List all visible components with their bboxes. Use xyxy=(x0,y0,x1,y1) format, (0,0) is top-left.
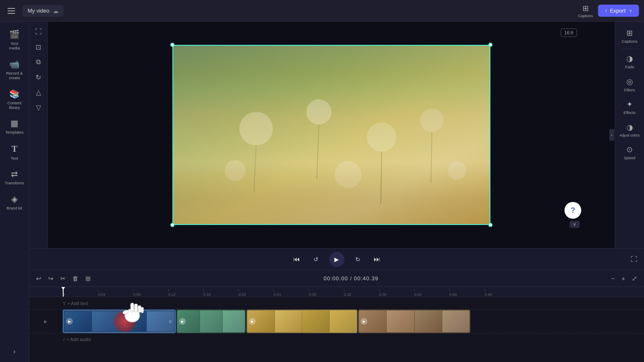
audio-track-icon: ♩ xyxy=(63,336,65,342)
adjust-colors-icon: ◑ xyxy=(626,123,633,132)
sidebar-item-label-your-media: Your media xyxy=(5,41,24,51)
fit-timeline-btn[interactable]: ⤢ xyxy=(630,273,639,284)
skip-to-start-btn[interactable]: ⏮ xyxy=(291,253,303,266)
video-clip-1[interactable]: ▶ ⏸ xyxy=(63,310,176,333)
right-tool-speed[interactable]: ⊙ Speed xyxy=(617,142,642,163)
zoom-in-btn[interactable]: + xyxy=(620,273,627,284)
export-button[interactable]: ↑ Export ∨ xyxy=(598,5,639,17)
video-clip-4[interactable]: ▶ xyxy=(358,310,470,333)
aspect-ratio-controls: 16:9 xyxy=(561,27,577,37)
forward-5s-btn[interactable]: ↻ xyxy=(353,253,363,265)
add-audio-label-text: + Add audio xyxy=(67,337,91,342)
corner-handle-top-right[interactable] xyxy=(488,43,493,47)
center-area: ⛶ ⊡ ⧉ ↻ △ ▽ 16:9 xyxy=(29,22,644,362)
clip-2-play-icon: ▶ xyxy=(179,318,186,325)
corner-handle-bottom-left[interactable] xyxy=(170,223,174,227)
preview-fullscreen-btn[interactable]: ⛶ xyxy=(631,256,637,263)
clip-3-thumb-4 xyxy=(330,310,357,332)
tool-panel: ⛶ ⊡ ⧉ ↻ △ ▽ xyxy=(29,22,48,248)
rotate-tool-btn[interactable]: ↻ xyxy=(32,70,45,84)
sidebar-item-text[interactable]: T Text xyxy=(3,139,27,165)
video-preview: 16:9 xyxy=(48,22,615,248)
sidebar-item-templates[interactable]: ▦ Templates xyxy=(3,114,27,139)
topbar-right: ⊞ Captions ↑ Export ∨ xyxy=(578,4,639,18)
right-sidebar: ⊞ Captions ◑ Fade ◎ Filters ✦ Effects ◑ xyxy=(615,22,644,248)
ruler-mark-28: 0:28 xyxy=(309,289,344,297)
sidebar-item-label-text: Text xyxy=(11,156,18,160)
right-tool-filters[interactable]: ◎ Filters xyxy=(617,74,642,96)
flip-vertical-tool-btn[interactable]: ▽ xyxy=(32,101,45,114)
cut-btn[interactable]: ✂ xyxy=(59,273,67,284)
ruler-mark-20: 0:20 xyxy=(239,289,274,297)
skip-to-end-btn[interactable]: ⏭ xyxy=(371,253,383,266)
clip-2-thumb-2 xyxy=(200,310,222,332)
help-button[interactable]: ? xyxy=(564,202,581,219)
playhead[interactable] xyxy=(63,287,64,297)
video-clips: ▶ ⏸ ▶ xyxy=(63,310,470,333)
ruler-mark-24: 0:24 xyxy=(274,289,309,297)
delete-btn[interactable]: 🗑 xyxy=(71,273,80,284)
current-time: 00:00.00 xyxy=(323,275,348,282)
video-clip-2[interactable]: ▶ xyxy=(177,310,246,333)
ruler-mark-12: 0:12 xyxy=(168,289,203,297)
right-tool-effects[interactable]: ✦ Effects xyxy=(617,96,642,118)
right-tool-fade[interactable]: ◑ Fade xyxy=(617,51,642,72)
filters-icon: ◎ xyxy=(626,77,633,86)
redo-btn[interactable]: ↪ xyxy=(46,273,55,284)
crop-tool-btn[interactable]: ⊡ xyxy=(32,40,45,54)
add-text-label-text: + Add text xyxy=(67,301,88,306)
help-chevron-btn[interactable]: ∨ xyxy=(570,221,580,228)
captions-icon: ⊞ xyxy=(626,28,633,38)
svg-rect-0 xyxy=(172,45,490,225)
corner-handle-bottom-right[interactable] xyxy=(488,223,493,227)
sidebar-item-transitions[interactable]: ⇄ Transitions xyxy=(3,165,27,189)
skip-end-icon: ⏭ xyxy=(374,256,380,263)
clip-1-thumb-3 xyxy=(120,311,147,331)
main-area: 🎬 Your media 📹 Record & create 📚 Content… xyxy=(0,22,644,362)
fullscreen-tool-btn[interactable]: ⛶ xyxy=(32,25,45,39)
sidebar-item-content-library[interactable]: 📚 Content library xyxy=(3,85,27,114)
speed-label: Speed xyxy=(624,155,635,160)
video-title-label: My video xyxy=(28,8,49,14)
ruler-mark-48: 0:48 xyxy=(485,289,520,297)
help-icon: ? xyxy=(571,206,575,215)
brand-kit-icon: ◈ xyxy=(11,194,18,204)
add-audio-btn[interactable]: ♩ + Add audio xyxy=(63,336,91,342)
video-canvas xyxy=(172,45,490,225)
export-up-icon: ↑ xyxy=(605,8,608,14)
right-tool-captions[interactable]: ⊞ Captions xyxy=(617,25,642,47)
clip-1-thumb-2 xyxy=(92,311,119,331)
rewind-5s-btn[interactable]: ↺ xyxy=(311,253,321,265)
preview-area: ⛶ ⊡ ⧉ ↻ △ ▽ 16:9 xyxy=(29,22,644,248)
zoom-out-btn[interactable]: − xyxy=(609,273,616,284)
filters-label: Filters xyxy=(624,88,635,92)
add-text-btn[interactable]: T + Add text xyxy=(63,301,88,306)
divider xyxy=(621,49,638,49)
video-clip-3[interactable]: ▶ xyxy=(246,310,357,333)
corner-handle-top-left[interactable] xyxy=(170,43,174,47)
right-tool-adjust-colors[interactable]: ◑ Adjust colors xyxy=(617,119,642,141)
fade-label: Fade xyxy=(625,65,634,69)
aspect-ratio-badge[interactable]: 16:9 xyxy=(561,28,577,37)
undo-btn[interactable]: ↩ xyxy=(34,273,43,284)
svg-point-1 xyxy=(239,112,273,145)
text-track: T + Add text xyxy=(29,297,644,310)
ruler-mark-4: 0:04 xyxy=(98,289,133,297)
video-title-tab[interactable]: My video ☁ xyxy=(23,5,64,17)
play-pause-btn[interactable]: ▶ xyxy=(329,252,344,267)
sidebar-collapse-btn[interactable]: › xyxy=(10,344,19,359)
content-library-icon: 📚 xyxy=(9,89,20,99)
captions-button[interactable]: ⊞ Captions xyxy=(578,4,593,18)
sidebar-item-brand-kit[interactable]: ◈ Brand kit xyxy=(3,190,27,215)
pip-tool-btn[interactable]: ⧉ xyxy=(32,55,45,69)
audio-track: ♩ + Add audio xyxy=(29,333,644,345)
hamburger-menu-icon[interactable] xyxy=(5,5,18,16)
sidebar-item-record-create[interactable]: 📹 Record & create xyxy=(3,55,27,85)
right-panel-collapse-btn[interactable]: ‹ xyxy=(609,129,614,141)
flip-horizontal-tool-btn[interactable]: △ xyxy=(32,85,45,99)
clip-4-thumb-4 xyxy=(442,310,470,332)
total-time: 00:40.39 xyxy=(354,275,379,282)
captions-tool-label: Captions xyxy=(622,39,638,44)
sidebar-item-your-media[interactable]: 🎬 Your media xyxy=(3,25,27,55)
add-media-btn[interactable]: ⊞ xyxy=(84,273,92,284)
